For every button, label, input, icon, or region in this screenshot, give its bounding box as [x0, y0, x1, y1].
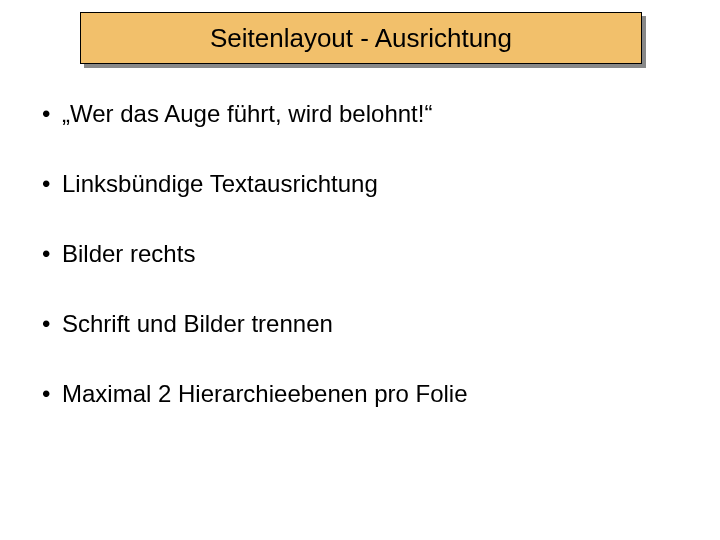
bullet-text: Maximal 2 Hierarchieebenen pro Folie	[62, 380, 680, 408]
list-item: • „Wer das Auge führt, wird belohnt!“	[40, 100, 680, 128]
list-item: • Linksbündige Textausrichtung	[40, 170, 680, 198]
slide: Seitenlayout - Ausrichtung • „Wer das Au…	[0, 0, 720, 540]
list-item: • Maximal 2 Hierarchieebenen pro Folie	[40, 380, 680, 408]
bullet-text: Bilder rechts	[62, 240, 680, 268]
title-box: Seitenlayout - Ausrichtung	[80, 12, 642, 64]
bullet-icon: •	[40, 100, 62, 128]
bullet-icon: •	[40, 170, 62, 198]
slide-title: Seitenlayout - Ausrichtung	[210, 23, 512, 54]
list-item: • Bilder rechts	[40, 240, 680, 268]
list-item: • Schrift und Bilder trennen	[40, 310, 680, 338]
bullet-text: Linksbündige Textausrichtung	[62, 170, 680, 198]
content-area: • „Wer das Auge führt, wird belohnt!“ • …	[40, 100, 680, 450]
bullet-icon: •	[40, 240, 62, 268]
bullet-icon: •	[40, 310, 62, 338]
bullet-text: „Wer das Auge führt, wird belohnt!“	[62, 100, 680, 128]
bullet-text: Schrift und Bilder trennen	[62, 310, 680, 338]
bullet-icon: •	[40, 380, 62, 408]
